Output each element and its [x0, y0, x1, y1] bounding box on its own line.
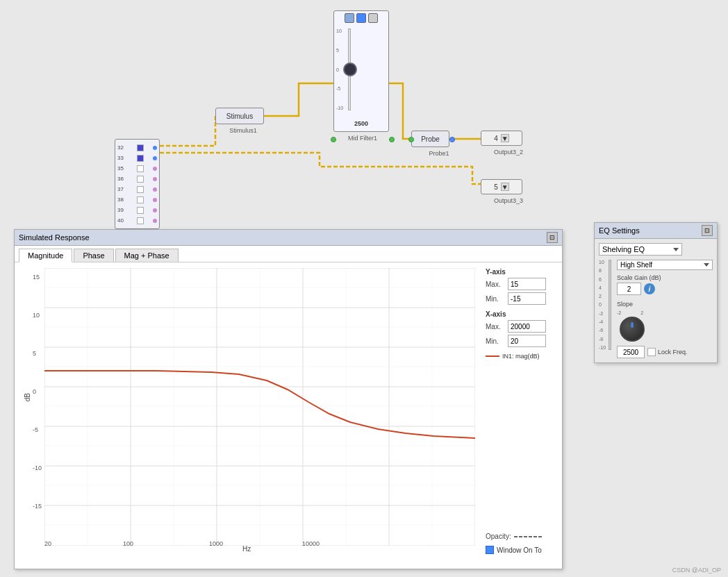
input3-node[interactable]: 32 33 35 36 37 38 39 40	[115, 139, 160, 229]
midfilter-slider-track	[348, 28, 351, 110]
eq-lock-label: Lock Freq.	[658, 349, 688, 356]
y-axis-label: dB	[24, 393, 31, 401]
x-tick-1000: 1000	[209, 540, 223, 547]
probe-label: Probe1	[411, 150, 467, 157]
slope-min-label: -2	[617, 310, 621, 315]
y-tick-neg15: -15	[33, 503, 42, 510]
y-tick-0: 0	[33, 388, 36, 395]
midfilter-icon-2	[356, 13, 366, 23]
midfilter-node[interactable]: 1050-5-10 2500	[333, 10, 389, 132]
eq-resize-btn[interactable]: ⊡	[702, 225, 713, 236]
sim-response-panel: Simulated Response ⊡ Magnitude Phase Mag…	[14, 229, 563, 569]
y-axis-section: Y-axis Max. Min.	[486, 268, 562, 305]
x-max-label: Max.	[486, 323, 505, 331]
chart-svg	[44, 268, 475, 546]
y-tick-neg10: -10	[33, 465, 42, 471]
sim-tabs: Magnitude Phase Mag + Phase	[15, 246, 562, 262]
opacity-row: Opacity:	[486, 533, 542, 540]
legend-item: IN1: mag(dB)	[486, 353, 562, 360]
opacity-dot-1	[514, 536, 518, 537]
eq-lock-freq-row: Lock Freq.	[647, 348, 688, 356]
sim-response-resize[interactable]: ⊡	[547, 232, 558, 243]
midfilter-value: 2500	[354, 120, 368, 127]
eq-right: High Shelf Scale Gain (dB) i Slope -2 2	[617, 260, 713, 358]
slope-scale-nums: -2 2	[617, 310, 713, 315]
output33-label: Output3_3	[481, 197, 536, 204]
y-tick-10: 10	[33, 312, 40, 319]
x-axis-label: Hz	[242, 545, 251, 553]
eq-slider-area: 10 8 6 4 2 0 -2 -4 -6 -8 -10	[599, 260, 614, 358]
eq-settings-panel: EQ Settings ⊡ Shelving EQ 10 8 6 4 2 0 -…	[594, 222, 718, 363]
x-min-label: Min.	[486, 337, 505, 345]
y-tick-15: 15	[33, 274, 40, 281]
opacity-dot-3	[524, 536, 527, 537]
slope-knob[interactable]	[620, 317, 645, 342]
midfilter-icon-3	[368, 13, 378, 23]
slope-area	[617, 317, 713, 342]
x-max-row: Max.	[486, 320, 562, 333]
slope-max-label: 2	[640, 310, 643, 315]
y-tick-5: 5	[33, 350, 36, 357]
x-tick-10000: 10000	[302, 540, 320, 547]
eq-filter-type-dropdown[interactable]: Shelving EQ	[599, 243, 682, 256]
y-min-input[interactable]	[508, 292, 546, 305]
stimulus-label: Stimulus1	[215, 127, 271, 134]
midfilter-slider-thumb[interactable]	[343, 62, 357, 76]
x-max-input[interactable]	[508, 320, 546, 333]
sim-response-titlebar: Simulated Response ⊡	[15, 230, 562, 246]
y-max-row: Max.	[486, 278, 562, 290]
opacity-dot-2	[519, 536, 522, 537]
midfilter-output-port	[389, 137, 395, 142]
stimulus-node[interactable]: Stimulus	[215, 108, 264, 124]
eq-type-row: High Shelf	[617, 260, 713, 270]
tab-mag-phase[interactable]: Mag + Phase	[115, 249, 179, 262]
output33-node[interactable]: 5 ▼	[481, 179, 522, 194]
flow-diagram: 32 33 35 36 37 38 39 40 Input3 Stimulus …	[0, 0, 597, 236]
output32-dropdown[interactable]: ▼	[501, 134, 509, 142]
y-tick-neg5: -5	[33, 426, 38, 433]
probe-output-port	[449, 137, 455, 142]
midfilter-input-port	[331, 137, 336, 142]
opacity-dot-4	[529, 536, 532, 537]
legend-line	[486, 356, 499, 357]
eq-type-arrow	[704, 263, 709, 267]
y-axis-title: Y-axis	[486, 268, 562, 276]
chart-right-panel: Y-axis Max. Min. X-axis Max. Min.	[486, 268, 562, 360]
output32-node[interactable]: 4 ▼	[481, 131, 522, 146]
tab-magnitude[interactable]: Magnitude	[19, 249, 72, 262]
x-axis-title: X-axis	[486, 310, 562, 318]
watermark: CSDN @ADI_OP	[672, 567, 721, 574]
x-min-input[interactable]	[508, 335, 546, 347]
opacity-label: Opacity:	[486, 533, 511, 540]
eq-type-dropdown[interactable]: High Shelf	[617, 260, 713, 270]
eq-scale: 10 8 6 4 2 0 -2 -4 -6 -8 -10	[599, 260, 607, 350]
y-max-input[interactable]	[508, 278, 546, 290]
filter-type-arrow	[673, 248, 679, 251]
eq-vertical-track[interactable]	[609, 260, 611, 350]
eq-freq-row: Lock Freq.	[617, 346, 713, 358]
tab-phase[interactable]: Phase	[74, 249, 113, 262]
window-on-to-label: Window On To	[497, 546, 542, 554]
x-tick-100: 100	[123, 540, 133, 547]
eq-lock-checkbox[interactable]	[647, 348, 656, 356]
output33-dropdown[interactable]: ▼	[501, 183, 509, 191]
eq-info-icon[interactable]: i	[644, 283, 655, 294]
probe-node[interactable]: Probe	[411, 131, 449, 147]
x-tick-20: 20	[44, 540, 51, 547]
midfilter-icons	[334, 13, 388, 23]
output32-label: Output3_2	[481, 149, 536, 156]
eq-title: EQ Settings	[599, 226, 640, 235]
eq-freq-input[interactable]	[617, 346, 645, 358]
probe-input-port	[408, 137, 414, 142]
y-max-label: Max.	[486, 281, 505, 288]
eq-slope-label: Slope	[617, 301, 713, 308]
eq-main: 10 8 6 4 2 0 -2 -4 -6 -8 -10	[599, 260, 713, 358]
y-min-label: Min.	[486, 295, 505, 303]
chart-container: dB 15 10 5 0 -5 -10 -15	[20, 268, 556, 560]
window-on-to-row: Window On To	[486, 546, 542, 554]
eq-gain-input[interactable]	[617, 283, 641, 295]
eq-gain-row: i	[617, 283, 713, 295]
window-on-to-checkbox[interactable]	[486, 546, 494, 554]
x-min-row: Min.	[486, 335, 562, 347]
opacity-dots	[514, 536, 542, 537]
